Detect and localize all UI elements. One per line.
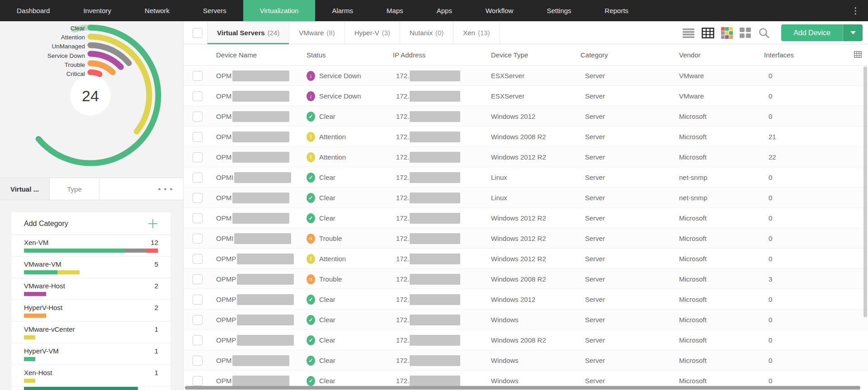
plus-icon[interactable] [147,218,158,229]
sidebar-tabs-more-icon[interactable] [158,178,183,200]
ip-prefix: 172. [396,275,409,283]
nav-item-workflow[interactable]: Workflow [469,0,530,21]
table-row[interactable]: OPMP✓Clear172.Windows 2008 R2ServerMicro… [184,330,868,350]
table-view-icon[interactable] [702,28,714,38]
row-checkbox[interactable] [193,335,203,345]
column-header-vendor[interactable]: Vendor [679,44,701,66]
overflow-menu-icon[interactable]: ⋮ [843,0,868,21]
row-checkbox[interactable] [193,132,203,142]
tab-nutanix[interactable]: Nutanix(0) [400,21,453,44]
row-checkbox[interactable] [193,376,203,386]
column-header-ip-address[interactable]: IP Address [393,44,425,66]
row-checkbox[interactable] [193,213,203,223]
category-item-xen-vm[interactable]: Xen-VM12 [12,235,170,257]
category-cell: Server [585,289,605,310]
sidebar-tab-virtual[interactable]: Virtual ... [0,178,50,200]
bar-segment-clear [24,270,57,274]
nav-item-network[interactable]: Network [128,0,186,21]
device-name-prefix: OPM [216,377,231,385]
redacted-ip [410,315,460,325]
table-row[interactable]: OPM↓Service Down172.ESXServerServerVMwar… [184,86,868,106]
add-device-dropdown[interactable] [843,24,863,41]
tile-view-icon[interactable] [740,28,751,38]
row-checkbox[interactable] [193,91,203,101]
tab-virtual-servers[interactable]: Virtual Servers(24) [207,21,289,44]
row-checkbox[interactable] [193,254,203,264]
status-label: Trouble [319,235,342,242]
category-name: HyperV-VM [24,347,59,355]
category-item-xen-host[interactable]: Xen-Host1 [12,365,170,387]
tab-count: (0) [435,29,443,37]
nav-item-alarms[interactable]: Alarms [315,0,370,21]
row-checkbox[interactable] [193,356,203,366]
horizontal-scrollbar[interactable] [185,386,860,390]
column-header-status[interactable]: Status [307,44,326,66]
table-row[interactable]: OPMP!!Trouble172.Windows 2008 R2ServerMi… [184,269,868,289]
category-count: 2 [155,282,158,290]
nav-item-reports[interactable]: Reports [588,0,646,21]
row-checkbox[interactable] [193,315,203,325]
nav-item-dashboard[interactable]: Dashboard [0,0,66,21]
table-row[interactable]: OPM✓Clear172.LinuxServernet-snmp0 [184,188,868,208]
column-header-interfaces[interactable]: Interfaces [764,44,794,66]
column-settings-icon[interactable] [854,51,862,60]
select-all-checkbox[interactable] [193,28,203,38]
nav-item-inventory[interactable]: Inventory [66,0,128,21]
redacted-device-name [232,213,289,224]
add-device-button[interactable]: Add Device [781,24,863,41]
add-category-row[interactable]: Add Category [12,212,170,235]
column-header-device-type[interactable]: Device Type [491,44,528,66]
interfaces-cell: 0 [769,249,772,269]
tab-xen[interactable]: Xen(13) [453,21,500,44]
nav-item-maps[interactable]: Maps [370,0,420,21]
category-color-view-icon[interactable] [721,27,733,39]
tab-vmware[interactable]: VMware(8) [289,21,344,44]
category-item-hyperv-host[interactable]: HyperV-Host2 [12,300,170,322]
ip-address-cell: 172. [396,147,460,167]
table-row[interactable]: OPM✓Clear172.Windows 2012ServerMicrosoft… [184,106,868,127]
table-row[interactable]: OPM!Attention172.Windows 2012 R2ServerMi… [184,147,868,167]
column-header-device-name[interactable]: Device Name [216,44,257,66]
table-row[interactable]: OPMP✓Clear172.WindowsServerMicrosoft0 [184,310,868,330]
redacted-ip [410,111,460,122]
row-checkbox[interactable] [193,112,203,122]
table-row[interactable]: OPMI!!Trouble172.Windows 2012 R2ServerMi… [184,228,868,249]
nav-item-settings[interactable]: Settings [530,0,588,21]
category-item-vmware-vm[interactable]: VMware-VM5 [12,257,170,278]
category-item-hyperv-vm[interactable]: HyperV-VM1 [12,343,170,365]
category-status-bar [24,249,158,253]
table-row[interactable]: OPMP✓Clear172.Windows 2012ServerMicrosof… [184,289,868,310]
category-cell: Server [585,86,605,106]
row-checkbox[interactable] [193,234,203,244]
table-row[interactable]: OPM✓Clear172.WindowsServerMicrosoft0 [184,350,868,371]
category-item-vmware-vcenter[interactable]: VMware-vCenter1 [12,322,170,343]
row-checkbox[interactable] [193,295,203,305]
column-header-category[interactable]: Category [580,44,608,66]
table-row[interactable]: OPM!Attention172.Windows 2008 R2ServerMi… [184,127,868,147]
list-view-icon[interactable] [682,28,695,38]
row-checkbox[interactable] [193,274,203,284]
tab-label: Nutanix [410,29,433,37]
row-checkbox[interactable] [193,173,203,183]
category-count: 5 [155,260,158,268]
row-checkbox[interactable] [193,152,203,162]
table-row[interactable]: OPMP!Attention172.Windows 2012 R2ServerM… [184,249,868,269]
search-icon[interactable] [758,27,770,39]
nav-item-apps[interactable]: Apps [420,0,469,21]
table-row[interactable]: OPM✓Clear172.Windows 2012 R2ServerMicros… [184,208,868,228]
nav-item-virtualization[interactable]: Virtualization [243,0,316,21]
vendor-cell: Microsoft [679,208,707,228]
tab-hyper-v[interactable]: Hyper-V(3) [345,21,400,44]
category-item-vmware-host[interactable]: VMware-Host2 [12,278,170,300]
nav-item-servers[interactable]: Servers [186,0,243,21]
sidebar-tab-type[interactable]: Type [50,178,99,200]
vertical-scrollbar[interactable] [863,66,867,317]
status-donut-chart[interactable]: ClearAttentionUnManagedService DownTroub… [0,21,183,178]
table-row[interactable]: OPMI✓Clear172.LinuxServernet-snmp0 [184,167,868,188]
table-row[interactable]: OPM↓Service Down172.ESXServerServerVMwar… [184,66,868,86]
row-checkbox[interactable] [193,71,203,81]
category-status-bar [24,335,158,339]
status-icon-service-down: ↓ [307,91,315,101]
status-cell: !Attention [307,249,346,269]
row-checkbox[interactable] [193,193,203,203]
